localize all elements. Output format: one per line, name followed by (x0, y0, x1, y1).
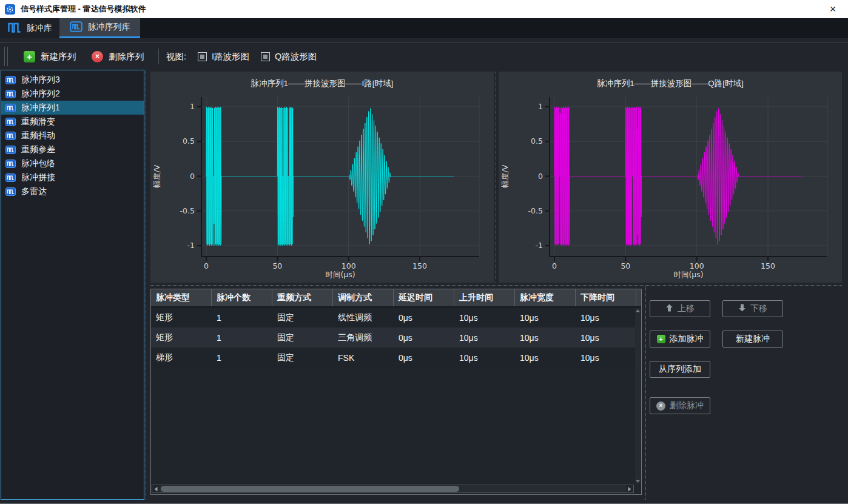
scroll-up-icon[interactable] (636, 309, 640, 312)
table-cell: 10μs (454, 328, 515, 348)
svg-text:0: 0 (538, 172, 543, 181)
sequence-label: 脉冲序列2 (21, 89, 60, 99)
table-cell: 矩形 (151, 328, 212, 348)
move-up-button[interactable]: 上移 (650, 300, 710, 317)
pulse-table: 脉冲类型脉冲个数重频方式调制方式延迟时间上升时间脉冲宽度下降时间 矩形1固定线性… (150, 289, 642, 495)
button-label: 删除序列 (109, 51, 144, 62)
splitter-table-actions[interactable] (645, 286, 646, 500)
sequence-list-item[interactable]: 脉冲拼接 (1, 170, 144, 184)
svg-text:时间(μs): 时间(μs) (325, 270, 355, 279)
sequence-list-item[interactable]: 多雷达 (1, 184, 144, 198)
pulse-icon (5, 160, 16, 168)
table-cell: 10μs (515, 348, 576, 368)
checkbox-icon (261, 52, 270, 61)
pulse-icon (5, 104, 16, 112)
table-row[interactable]: 矩形1固定三角调频0μs10μs10μs10μs (151, 328, 641, 348)
button-label: 从序列添加 (659, 364, 701, 375)
table-cell: 梯形 (151, 348, 212, 368)
table-body: 矩形1固定线性调频0μs10μs10μs10μs矩形1固定三角调频0μs10μs… (151, 307, 641, 368)
button-label: 新建脉冲 (736, 334, 770, 344)
add-pulse-button[interactable]: + 添加脉冲 (650, 331, 710, 348)
table-cell: 固定 (272, 307, 333, 328)
table-row[interactable]: 矩形1固定线性调频0μs10μs10μs10μs (151, 307, 641, 328)
cross-icon: × (92, 51, 103, 62)
sequence-list-item[interactable]: 脉冲序列2 (1, 87, 144, 101)
column-header[interactable]: 延迟时间 (394, 289, 454, 306)
table-cell: 10μs (515, 328, 576, 348)
column-header[interactable]: 上升时间 (454, 289, 515, 306)
sequence-list-panel: 脉冲序列3脉冲序列2脉冲序列1重频滑变重频抖动重频参差脉冲包络脉冲拼接多雷达 (1, 70, 144, 500)
scrollbar-thumb[interactable] (161, 486, 459, 492)
chart-title-i: 脉冲序列1——拼接波形图——I路[时域] (150, 78, 494, 89)
view-label: 视图: (166, 51, 186, 62)
svg-text:-1: -1 (536, 241, 543, 250)
checkbox-label: Q路波形图 (275, 51, 317, 62)
table-cell: 三角调频 (333, 328, 394, 348)
table-cell: 0μs (394, 328, 454, 348)
app-icon (5, 4, 15, 15)
table-vertical-scrollbar[interactable] (635, 308, 641, 484)
scroll-down-icon[interactable] (636, 480, 640, 483)
table-cell: FSK (333, 348, 394, 368)
new-sequence-button[interactable]: + 新建序列 (24, 51, 76, 62)
chart-title-q: 脉冲序列1——拼接波形图——Q路[时域] (499, 78, 842, 89)
plus-icon: + (657, 335, 665, 343)
move-down-button[interactable]: 下移 (722, 300, 783, 317)
sequence-list-item[interactable]: 重频参差 (1, 143, 144, 156)
delete-sequence-button[interactable]: × 删除序列 (92, 51, 144, 62)
table-cell: 1 (212, 348, 272, 368)
pulse-icon (5, 187, 16, 196)
table-cell: 10μs (515, 307, 576, 328)
splitter-charts[interactable] (496, 72, 496, 283)
sequence-list-item[interactable]: 脉冲序列1 (1, 101, 144, 115)
svg-text:0: 0 (190, 172, 195, 181)
sequence-label: 脉冲拼接 (21, 172, 55, 183)
splitter-sidebar[interactable] (146, 70, 146, 500)
svg-text:50: 50 (621, 261, 630, 270)
sequence-list-item[interactable]: 脉冲序列3 (1, 73, 144, 87)
close-icon[interactable]: × (824, 0, 842, 18)
column-header[interactable]: 下降时间 (576, 289, 636, 306)
column-header[interactable]: 脉冲个数 (212, 289, 272, 306)
column-header[interactable]: 脉冲宽度 (515, 289, 576, 306)
table-horizontal-scrollbar[interactable] (152, 485, 634, 493)
application-window: 信号样式库管理 - 雷达信号模拟软件 × 脉冲库 脉冲序列库 + 新建序列 × … (0, 0, 848, 504)
tab-pulse-sequence-library[interactable]: 脉冲序列库 (59, 18, 140, 38)
sequence-list-item[interactable]: 重频抖动 (1, 129, 144, 143)
toolbar-drag-handle[interactable] (4, 47, 8, 66)
chart-panel-i: 脉冲序列1——拼接波形图——I路[时域] 10.50-0.5-105010015… (150, 72, 494, 283)
sequence-list-item[interactable]: 脉冲包络 (1, 156, 144, 170)
table-row[interactable]: 梯形1固定FSK0μs10μs10μs10μs (151, 348, 641, 368)
table-cell: 10μs (454, 348, 515, 368)
tab-bar: 脉冲库 脉冲序列库 (0, 18, 848, 38)
button-label: 下移 (750, 303, 767, 314)
table-cell: 线性调频 (333, 307, 394, 328)
pulse-icon (5, 146, 16, 154)
sequence-label: 多雷达 (21, 186, 47, 197)
q-waveform-checkbox[interactable]: Q路波形图 (261, 51, 317, 62)
scroll-right-icon[interactable] (626, 485, 633, 492)
column-header[interactable]: 脉冲类型 (151, 289, 212, 306)
tab-pulse-library[interactable]: 脉冲库 (0, 18, 59, 38)
delete-pulse-button[interactable]: × 删除脉冲 (650, 397, 710, 414)
sequence-list-item[interactable]: 重频滑变 (1, 115, 144, 129)
svg-text:1: 1 (538, 102, 543, 111)
toolbar: + 新建序列 × 删除序列 视图: I路波形图 Q路波形图 (0, 43, 848, 70)
svg-text:幅度/V: 幅度/V (152, 164, 161, 187)
table-cell: 矩形 (151, 307, 212, 328)
titlebar: 信号样式库管理 - 雷达信号模拟软件 × (0, 0, 848, 18)
scroll-left-icon[interactable] (152, 485, 160, 492)
cross-icon: × (656, 402, 665, 411)
plus-icon: + (24, 51, 35, 62)
checkbox-icon (198, 52, 207, 61)
column-header[interactable]: 重频方式 (272, 289, 333, 306)
sequence-list: 脉冲序列3脉冲序列2脉冲序列1重频滑变重频抖动重频参差脉冲包络脉冲拼接多雷达 (1, 73, 144, 198)
table-cell: 0μs (394, 307, 454, 328)
scrollbar-track[interactable] (160, 485, 626, 492)
add-from-sequence-button[interactable]: 从序列添加 (650, 361, 710, 378)
splitter-horizontal[interactable] (150, 285, 842, 286)
column-header[interactable]: 调制方式 (333, 289, 394, 306)
new-pulse-button[interactable]: 新建脉冲 (722, 331, 783, 348)
i-waveform-checkbox[interactable]: I路波形图 (198, 51, 249, 62)
table-cell: 10μs (576, 348, 636, 368)
